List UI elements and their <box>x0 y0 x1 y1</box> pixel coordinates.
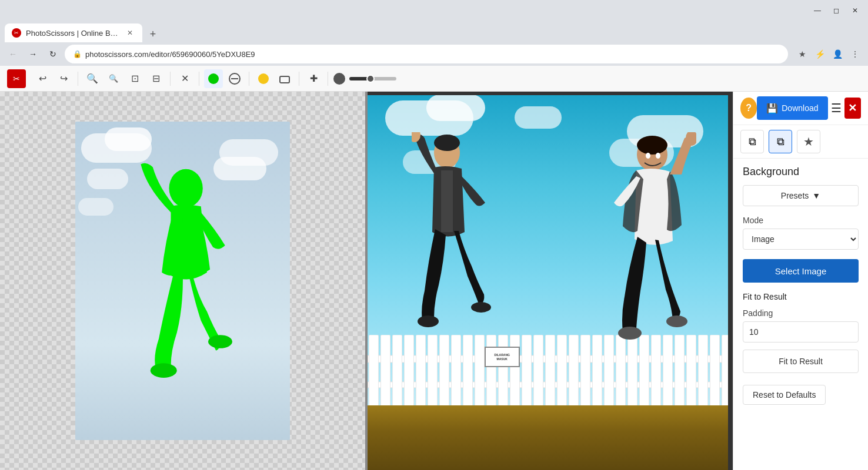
svg-rect-21 <box>475 335 485 410</box>
zoom-reset-button[interactable]: ⊟ <box>146 69 165 88</box>
cancel-button[interactable]: ✕ <box>175 69 194 88</box>
tab-title: PhotoScissors | Online Backgr... <box>26 29 120 38</box>
fence-sign: DILARANGMASUK <box>485 347 520 367</box>
remove-background-button[interactable] <box>225 69 244 88</box>
close-app-button[interactable]: ✕ <box>844 98 861 119</box>
svg-point-8 <box>208 335 232 348</box>
svg-rect-29 <box>569 335 579 410</box>
ground <box>368 405 733 470</box>
zoom-in-button[interactable]: 🔍 <box>83 69 102 88</box>
presets-label: Presets <box>781 191 809 200</box>
maximize-button[interactable]: ◻ <box>828 2 844 19</box>
left-canvas-background <box>0 92 365 470</box>
svg-point-50 <box>618 327 642 340</box>
cloud-6 <box>78 198 113 216</box>
svg-rect-4 <box>280 76 289 83</box>
fit-to-result-label: Fit to Result <box>743 292 859 301</box>
keep-foreground-button[interactable] <box>204 69 223 88</box>
svg-rect-18 <box>440 335 449 410</box>
bookmark-button[interactable]: ★ <box>794 46 810 62</box>
back-button[interactable]: ← <box>5 46 21 62</box>
svg-point-6 <box>169 169 202 208</box>
download-button[interactable]: 💾 Download <box>757 96 827 120</box>
hamburger-menu-button[interactable]: ☰ <box>828 98 844 119</box>
brush-circle-icon <box>333 72 346 85</box>
tab-background[interactable]: ⧉ <box>769 130 792 153</box>
svg-rect-31 <box>593 335 602 410</box>
presets-button[interactable]: Presets ▼ <box>743 185 859 206</box>
tab-close-button[interactable]: ✕ <box>125 28 135 38</box>
redo-button[interactable]: ↪ <box>54 69 73 88</box>
svg-rect-16 <box>416 335 426 410</box>
svg-point-47 <box>434 135 460 151</box>
svg-point-3 <box>258 73 269 84</box>
svg-rect-26 <box>534 335 543 410</box>
app-logo: ✂ <box>7 69 26 88</box>
extensions-button[interactable]: ⚡ <box>812 46 828 62</box>
reload-button[interactable]: ↻ <box>45 46 61 62</box>
left-canvas-area[interactable] <box>0 92 365 470</box>
select-image-button[interactable]: Select Image <box>743 259 859 283</box>
new-tab-button[interactable]: + <box>145 26 161 42</box>
svg-point-0 <box>208 73 219 84</box>
help-button[interactable]: ? <box>740 98 757 119</box>
browser-actions: ★ ⚡ 👤 ⋮ <box>794 46 863 62</box>
r-cloud-2 <box>426 95 485 121</box>
fit-view-button[interactable]: ⊡ <box>125 69 144 88</box>
sidebar-tabs: ⧉ ⧉ ★ <box>733 125 868 159</box>
sidebar: ? 💾 Download ☰ ✕ ⧉ ⧉ ★ <box>733 92 868 470</box>
svg-rect-17 <box>428 335 438 410</box>
right-canvas-area: DILARANGMASUK <box>368 92 733 470</box>
svg-point-5 <box>333 73 345 85</box>
separator-4 <box>249 72 249 86</box>
presets-dropdown-icon: ▼ <box>812 191 820 200</box>
separator-1 <box>78 72 78 86</box>
svg-point-7 <box>150 363 176 378</box>
right-edge-bar <box>728 92 733 470</box>
svg-rect-27 <box>546 335 555 410</box>
brush-size-control <box>333 72 396 85</box>
profile-button[interactable]: 👤 <box>829 46 846 62</box>
yellow-tool-button[interactable] <box>254 69 273 88</box>
svg-rect-13 <box>381 335 390 410</box>
active-tab[interactable]: PhotoScissors | Online Backgr... ✕ <box>5 24 142 42</box>
sidebar-background-content: Background Presets ▼ Mode Image Transpar… <box>733 159 868 470</box>
person-right-figure <box>602 132 696 355</box>
forward-button[interactable]: → <box>25 46 41 62</box>
move-tool-button[interactable]: ✚ <box>304 69 323 88</box>
svg-point-53 <box>646 153 650 159</box>
mode-select[interactable]: Image Transparent Color Blur <box>743 229 859 250</box>
undo-button[interactable]: ↩ <box>33 69 52 88</box>
reset-defaults-button[interactable]: Reset to Defaults <box>743 385 826 405</box>
minimize-button[interactable]: — <box>809 2 826 19</box>
menu-dots-button[interactable]: ⋮ <box>847 46 863 62</box>
svg-rect-41 <box>710 335 720 410</box>
zoom-out-button[interactable]: 🔍 <box>104 69 123 88</box>
right-scene: DILARANGMASUK <box>368 92 733 470</box>
svg-rect-28 <box>557 335 567 410</box>
separator-3 <box>199 72 199 86</box>
tab-star[interactable]: ★ <box>797 130 820 153</box>
svg-point-52 <box>637 136 667 155</box>
close-button[interactable]: ✕ <box>847 2 863 19</box>
svg-rect-19 <box>452 335 461 410</box>
address-bar: ← → ↻ 🔒 photoscissors.com/editor/6596900… <box>0 42 868 66</box>
url-text: photoscissors.com/editor/659690060/5YeDX… <box>85 50 780 59</box>
svg-rect-20 <box>463 335 473 410</box>
main-area: DILARANGMASUK <box>0 92 868 470</box>
tab-layers[interactable]: ⧉ <box>740 130 764 153</box>
mode-label: Mode <box>743 216 859 225</box>
r-cloud-4 <box>515 106 562 129</box>
padding-input[interactable] <box>743 321 859 343</box>
eraser-button[interactable] <box>275 69 294 88</box>
brush-size-slider[interactable] <box>349 77 396 80</box>
url-bar[interactable]: 🔒 photoscissors.com/editor/659690060/5Ye… <box>65 45 788 63</box>
lock-icon: 🔒 <box>73 50 82 58</box>
download-label: Download <box>782 103 818 113</box>
fit-result-btn-label: Fit to Result <box>779 357 823 366</box>
svg-point-51 <box>666 315 687 327</box>
svg-rect-12 <box>369 335 379 410</box>
padding-label: Padding <box>743 308 859 318</box>
fit-result-button[interactable]: Fit to Result <box>743 350 859 373</box>
sidebar-top-actions: ? 💾 Download ☰ ✕ <box>733 92 868 125</box>
